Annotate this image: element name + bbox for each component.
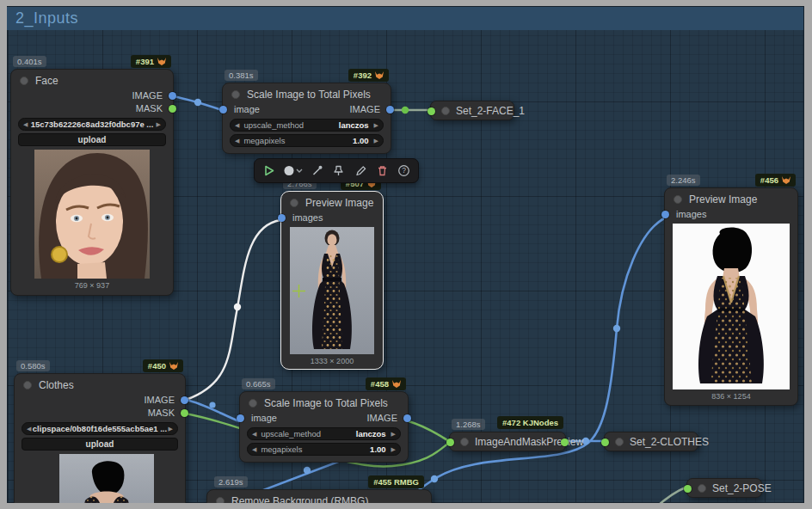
combo-right-arrow-icon[interactable]: ▶	[169, 426, 173, 432]
input-slot[interactable]	[684, 485, 692, 493]
collapse-dot[interactable]	[674, 195, 682, 204]
mask-output-slot[interactable]	[181, 409, 188, 417]
output-slot[interactable]	[561, 438, 569, 446]
images-input-slot[interactable]	[278, 214, 286, 222]
collapse-dot[interactable]	[615, 438, 624, 446]
node-title: Set_2-CLOTHES	[630, 436, 709, 448]
combo-left-arrow-icon[interactable]: ◀	[252, 431, 256, 437]
mask-output-slot[interactable]	[169, 105, 176, 113]
window-frame-right	[804, 0, 812, 509]
node-set-pose[interactable]: Set_2-POSE	[686, 478, 762, 498]
exec-time-badge: 1.268s	[452, 419, 485, 430]
upscale-method-widget[interactable]: ◀ upscale_method lanczos ▶	[230, 119, 384, 132]
node-preview-image-456[interactable]: 2.246s #456 Preview Image images	[664, 187, 798, 406]
image-dimensions: 1333 × 2000	[281, 357, 383, 365]
window-frame-left	[0, 0, 7, 509]
node-id-badge: #450	[143, 359, 183, 372]
image-output-slot[interactable]	[386, 106, 394, 113]
node-set-clothes[interactable]: Set_2-CLOTHES	[604, 432, 698, 451]
combo-right-arrow-icon[interactable]: ▶	[157, 121, 161, 127]
node-color-button[interactable]	[282, 163, 304, 180]
delete-button[interactable]	[373, 163, 391, 180]
node-title-row[interactable]: Clothes	[15, 374, 185, 394]
bypass-button[interactable]	[309, 163, 326, 180]
rename-button[interactable]	[352, 163, 369, 180]
upload-button[interactable]: upload	[18, 133, 166, 146]
node-title-row[interactable]: Face	[11, 70, 173, 89]
collapse-dot[interactable]	[249, 399, 257, 408]
collapse-dot[interactable]	[698, 484, 706, 493]
exec-time-badge: 2.246s	[667, 175, 700, 186]
image-dimensions: 769 × 937	[11, 281, 173, 290]
clothes-image-preview[interactable]	[59, 454, 154, 509]
node-id-badge: #391	[131, 55, 171, 68]
combo-right-arrow-icon[interactable]: ▶	[374, 122, 378, 128]
run-button[interactable]	[261, 163, 278, 180]
image-file-combo[interactable]: ◀ clipspace/0b80f16de555acb5ae1 ... ▶	[22, 422, 178, 435]
image-output-slot[interactable]	[181, 396, 188, 404]
node-title: Face	[35, 75, 58, 87]
megapixels-widget[interactable]: ◀ megapixels 1.00 ▶	[230, 134, 384, 147]
image-file-combo[interactable]: ◀ 15c73b62226c8ad32f0dbc97e ... ▶	[18, 118, 166, 131]
node-scale-image-458[interactable]: 0.665s #458 Scale Image to Total Pixels …	[239, 391, 409, 463]
combo-right-arrow-icon[interactable]: ▶	[391, 446, 396, 452]
combo-right-arrow-icon[interactable]: ▶	[391, 431, 396, 437]
megapixels-widget[interactable]: ◀ megapixels 1.00 ▶	[247, 443, 401, 456]
preview-image[interactable]	[673, 224, 790, 389]
node-title-row[interactable]: Preview Image	[281, 192, 383, 212]
upscale-method-widget[interactable]: ◀ upscale_method lanczos ▶	[247, 427, 401, 440]
combo-left-arrow-icon[interactable]: ◀	[235, 138, 239, 144]
upload-button[interactable]: upload	[22, 438, 178, 451]
image-output-slot[interactable]	[169, 92, 176, 100]
face-image-preview[interactable]	[34, 150, 150, 279]
node-id-badge: #472 KJNodes	[497, 416, 563, 429]
combo-right-arrow-icon[interactable]: ▶	[374, 138, 378, 144]
collapse-dot[interactable]	[460, 438, 469, 446]
node-id-badge: #458	[366, 377, 406, 390]
input-slot[interactable]	[601, 438, 609, 446]
node-title-row[interactable]: Preview Image	[665, 188, 797, 208]
collapse-dot[interactable]	[23, 381, 32, 389]
fox-icon	[157, 58, 166, 65]
node-image-and-mask-preview[interactable]: 1.268s #472 KJNodes ImageAndMaskPreview	[449, 432, 566, 451]
wire-scale458-to-imp	[409, 421, 449, 441]
node-face-load-image[interactable]: 0.401s #391 Face IMAGE MASK ◀ 15c73b6222…	[10, 69, 174, 296]
node-title: Clothes	[39, 379, 74, 391]
graph-canvas-viewport[interactable]: 2_Inputs 0.401s #391	[0, 0, 812, 509]
image-file-value: 15c73b62226c8ad32f0dbc97e ...	[28, 120, 156, 129]
node-id-badge: #455 RMBG	[368, 475, 424, 488]
node-preview-image-507[interactable]: 2.766s #507 Preview Image images	[280, 191, 384, 370]
node-title-row[interactable]: Scale Image to Total Pixels	[223, 83, 391, 103]
image-file-value: clipspace/0b80f16de555acb5ae1 ...	[31, 424, 168, 433]
wire-rmbg-to-preview456	[392, 218, 664, 509]
collapse-dot[interactable]	[290, 199, 298, 207]
pin-button[interactable]	[330, 163, 348, 180]
exec-time-badge: 0.381s	[225, 70, 258, 81]
node-title: Set_2-FACE_1	[456, 105, 525, 117]
node-scale-image-392[interactable]: 0.381s #392 Scale Image to Total Pixels …	[222, 83, 391, 154]
images-input-slot[interactable]	[661, 211, 669, 218]
collapse-dot[interactable]	[441, 107, 450, 115]
combo-left-arrow-icon[interactable]: ◀	[235, 122, 239, 128]
node-id-badge: #456	[755, 174, 796, 187]
combo-left-arrow-icon[interactable]: ◀	[252, 446, 256, 452]
input-slot[interactable]	[428, 107, 435, 115]
node-clothes-load-image[interactable]: 0.580s #450 Clothes IMAGE MASK ◀ clipspa…	[14, 373, 186, 509]
collapse-dot[interactable]	[20, 77, 28, 85]
help-button[interactable]: ?	[395, 163, 412, 180]
exec-time-badge: 0.401s	[13, 56, 46, 67]
input-slot[interactable]	[446, 438, 454, 446]
collapse-dot[interactable]	[231, 90, 240, 99]
slot-row-mask-out: MASK	[11, 102, 173, 115]
fox-icon	[169, 362, 178, 370]
image-input-slot[interactable]	[237, 414, 244, 422]
fox-icon	[392, 380, 401, 388]
node-title-row[interactable]: Scale Image to Total Pixels	[240, 392, 408, 412]
node-title: Preview Image	[305, 197, 373, 209]
node-toolbar[interactable]: ?	[254, 158, 419, 183]
node-set-face[interactable]: Set_2-FACE_1	[430, 101, 514, 120]
svg-text:?: ?	[402, 166, 406, 175]
image-output-slot[interactable]	[403, 414, 411, 422]
image-dimensions: 836 × 1254	[665, 392, 797, 401]
image-input-slot[interactable]	[219, 106, 227, 113]
